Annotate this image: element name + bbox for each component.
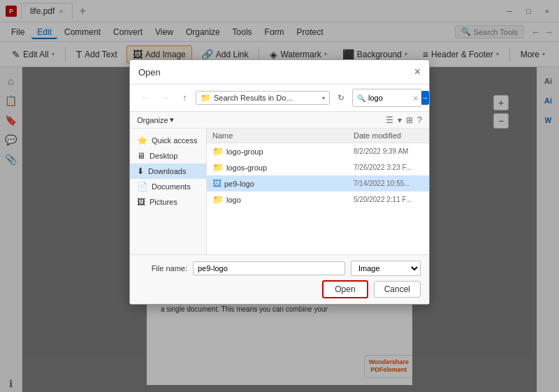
dialog-sidebar: ⭐ Quick access 🖥 Desktop ⬇ Downloads 📄 D… [130,129,207,254]
filetype-select[interactable]: Image [351,261,421,276]
view-dropdown-icon[interactable]: ▾ [398,115,402,125]
sidebar-quick-access[interactable]: ⭐ Quick access [130,133,206,148]
dialog-toolbar: Organize ▾ ☰ ▾ ⊞ ? [130,112,429,129]
filename-label: File name: [138,264,187,273]
sidebar-pictures[interactable]: 🖼 Pictures [130,194,206,210]
dialog-action-buttons: Open Cancel [138,280,421,298]
downloads-label: Downloads [148,167,186,175]
path-text: Search Results in Do... [214,94,319,102]
file-row[interactable]: 📁 logo-group 8/2/2022 9:39 AM [207,143,429,159]
file-name-4: logo [226,196,351,204]
dialog-footer: File name: Image Open Cancel [130,254,429,304]
file-folder-icon-4: 📁 [212,194,224,205]
documents-icon: 📄 [137,182,147,191]
dialog-search-icon: 🔍 [357,94,365,102]
dialog-file-list: Name Date modified 📁 logo-group 8/2/2022… [207,129,429,254]
dialog-refresh-btn[interactable]: ↻ [333,89,349,106]
pictures-icon: 🖼 [137,197,145,207]
file-name-1: logo-group [226,147,351,156]
filename-row: File name: Image [138,261,421,276]
quick-access-label: Quick access [152,136,197,145]
desktop-icon: 🖥 [137,151,145,161]
filename-input[interactable] [193,261,345,275]
desktop-label: Desktop [150,152,177,160]
dialog-body: ⭐ Quick access 🖥 Desktop ⬇ Downloads 📄 D… [130,129,429,254]
view-list-icon[interactable]: ☰ [386,115,393,125]
file-date-4: 5/20/2022 2:11 F... [354,196,423,203]
organize-dropdown-icon: ▾ [170,115,174,124]
open-button[interactable]: Open [322,280,368,298]
sidebar-documents[interactable]: 📄 Documents [130,179,206,194]
name-column-header: Name [212,131,354,140]
dialog-search-bar[interactable]: 🔍 × → [352,89,422,107]
file-name-3: pe9-logo [224,180,351,188]
file-date-2: 7/26/2022 3:23 F... [354,164,423,171]
sidebar-downloads[interactable]: ⬇ Downloads [130,164,206,179]
file-row[interactable]: 📁 logos-group 7/26/2022 3:23 F... [207,159,429,175]
file-list-header: Name Date modified [207,129,429,143]
dialog-up-btn[interactable]: ↑ [176,89,193,106]
file-row-selected[interactable]: 🖼 pe9-logo 7/14/2022 10:55... [207,175,429,191]
dialog-search-input[interactable] [368,94,410,102]
dialog-back-btn[interactable]: ← [137,89,154,106]
file-image-icon-3: 🖼 [212,178,222,189]
organize-btn[interactable]: Organize ▾ [137,115,174,124]
dialog-search-go-btn[interactable]: → [421,91,429,105]
file-name-2: logos-group [226,164,351,172]
file-date-1: 8/2/2022 9:39 AM [354,147,423,155]
dialog-close-btn[interactable]: × [414,66,421,78]
file-folder-icon-1: 📁 [212,146,224,157]
dialog-path-bar[interactable]: 📁 Search Results in Do... ▾ [196,91,330,105]
file-date-3: 7/14/2022 10:55... [354,180,423,187]
dialog-title-bar: Open × [130,60,429,85]
dialog-search-clear-icon[interactable]: × [413,93,419,103]
file-folder-icon-2: 📁 [212,162,224,173]
quick-access-icon: ⭐ [137,136,147,145]
dialog-help-icon[interactable]: ? [417,115,422,125]
organize-label: Organize [137,116,168,124]
dialog-overlay: Open × ← → ↑ 📁 Search Results in Do... ▾… [0,0,559,392]
dialog-title: Open [138,67,161,78]
sidebar-desktop[interactable]: 🖥 Desktop [130,148,206,164]
view-grid-icon[interactable]: ⊞ [406,115,413,125]
downloads-icon: ⬇ [137,166,144,176]
cancel-button[interactable]: Cancel [374,281,421,298]
path-folder-icon: 📁 [201,93,211,103]
dialog-nav: ← → ↑ 📁 Search Results in Do... ▾ ↻ 🔍 × … [130,85,429,112]
open-dialog: Open × ← → ↑ 📁 Search Results in Do... ▾… [129,59,430,305]
documents-label: Documents [152,182,191,191]
pictures-label: Pictures [150,198,177,206]
path-dropdown-icon[interactable]: ▾ [322,95,325,101]
date-column-header: Date modified [354,131,423,140]
dialog-forward-btn[interactable]: → [157,89,173,106]
file-row[interactable]: 📁 logo 5/20/2022 2:11 F... [207,191,429,208]
